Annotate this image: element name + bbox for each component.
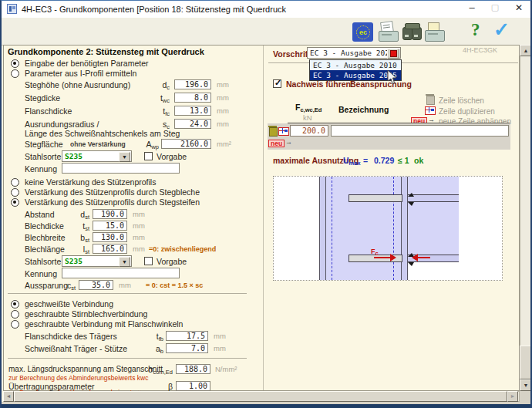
radio-label: keine Verstärkung des Stützenprofils	[25, 177, 156, 187]
vorschrift-combobox[interactable]: EC 3 - Ausgabe 2025	[307, 47, 401, 59]
radio-stegsteifen[interactable]	[11, 198, 19, 207]
radio-keine-verstaerkung[interactable]	[11, 178, 19, 187]
param-unit: mm	[217, 93, 229, 102]
param-symbol: bst	[46, 233, 89, 244]
param-label: Stahlsorte	[25, 257, 61, 266]
scroll-left-button[interactable]: ◄	[3, 391, 14, 402]
param-note: =0: zwischenliegend	[149, 245, 216, 253]
vorgabe-checkbox-1[interactable]	[144, 152, 153, 160]
ec-standard-button[interactable]: ec	[352, 22, 373, 42]
param-label: Steghöhe (ohne Ausrundung)	[25, 80, 130, 89]
traeger-flanschdicke-field[interactable]: 17.5	[166, 331, 208, 341]
force-label: Fc	[371, 248, 379, 257]
duplicate-row-icon[interactable]	[425, 106, 436, 115]
vorschrift-label: Vorschrift	[273, 49, 311, 59]
result-equals: =	[363, 156, 368, 165]
stegflaeche-field[interactable]: 2160.0	[161, 139, 211, 149]
flanschdicke-field[interactable]: 13.0	[174, 106, 211, 116]
force-arrowhead-left-icon	[409, 254, 418, 261]
force-column-unit: kN	[303, 113, 312, 122]
param-label: Kennung	[25, 269, 57, 278]
steghoehe-field[interactable]: 196.0	[174, 79, 211, 89]
print-document-icon[interactable]	[379, 22, 399, 42]
kennung-input-2[interactable]	[62, 268, 180, 278]
param-label: Stegfläche	[25, 140, 63, 149]
column-web	[325, 177, 401, 280]
param-symbol: tst	[46, 221, 89, 232]
checkbox-label: Vorgabe	[157, 152, 187, 161]
schweissnaht-field[interactable]: 7.0	[166, 343, 208, 353]
sigma-field[interactable]: 188.0	[176, 364, 210, 374]
delete-row-icon[interactable]	[426, 96, 435, 105]
abstand-field[interactable]: 190.0	[93, 209, 127, 219]
scroll-right-button[interactable]: ►	[507, 391, 518, 402]
vertical-scroll-thumb[interactable]	[520, 346, 532, 379]
maximize-button[interactable]: ▢	[486, 2, 504, 16]
vertical-scrollbar[interactable]	[520, 45, 532, 391]
radio-stegbleche[interactable]	[11, 188, 19, 197]
separator	[8, 358, 247, 359]
search-binoculars-icon[interactable]	[402, 22, 423, 42]
blechlaenge-field[interactable]: 165.0	[93, 244, 127, 254]
kennung-input-1[interactable]	[62, 163, 180, 174]
chevron-down-icon[interactable]: ▼	[119, 257, 130, 267]
param-unit: mm²	[217, 140, 231, 148]
param-unit: mm	[214, 332, 226, 340]
result-status: ok	[414, 156, 423, 165]
radio-eingabe-parameter[interactable]	[11, 59, 19, 68]
param-symbol: tfc	[117, 106, 170, 117]
blechdicke-field[interactable]: 15.0	[93, 221, 127, 231]
append-arrow-icon: →	[285, 138, 292, 146]
checkbox-label: Vorgabe	[157, 257, 187, 266]
scroll-down-button[interactable]: ▼	[520, 379, 532, 391]
separator	[8, 293, 247, 294]
radio-flanschwinkel[interactable]	[11, 320, 19, 329]
row-delete-icon[interactable]	[269, 127, 278, 137]
panel-divider	[263, 46, 264, 390]
force-arrow-left	[374, 257, 390, 258]
radio-geschweisst[interactable]	[11, 300, 19, 309]
title-bar: 4H-EC3 - Grundkomponenten [Position 18: …	[2, 1, 530, 19]
stiffener-top	[348, 194, 402, 202]
chevron-down-icon[interactable]: ▼	[119, 152, 130, 162]
bezeichnung-input[interactable]	[331, 125, 509, 137]
app-icon	[7, 4, 17, 14]
param-note: = 0: cst = 1.5 × sc	[146, 282, 203, 289]
radio-label: geschraubte Stirnblechverbindung	[25, 309, 147, 319]
help-button[interactable]: ?	[471, 20, 480, 40]
duplicate-row-label: Zeile duplizieren	[439, 107, 495, 116]
scroll-up-button[interactable]: ▲	[520, 45, 532, 56]
print-icon[interactable]	[425, 22, 445, 42]
radio-label: Verstärkung des Stützenprofils durch Ste…	[25, 197, 200, 207]
minimize-button[interactable]: –	[463, 2, 481, 15]
force-value-field[interactable]: 200.0	[290, 125, 328, 137]
stegdicke-field[interactable]: 8.0	[174, 93, 211, 103]
row-duplicate-icon[interactable]	[278, 127, 289, 136]
nachweis-checkbox[interactable]	[273, 79, 281, 88]
vorgabe-checkbox-2[interactable]	[144, 257, 153, 265]
horizontal-scroll-thumb[interactable]	[14, 391, 507, 402]
radio-label: geschraubte Verbindung mit Flanschwinkel…	[25, 319, 183, 329]
param-label: Flanschdicke	[25, 106, 72, 116]
radio-iprofil-ermitteln[interactable]	[11, 69, 19, 78]
close-button[interactable]: ✕	[509, 2, 529, 16]
param-symbol: tfb	[117, 332, 163, 342]
param-symbol: Awp	[109, 140, 159, 150]
param-unit: mm	[133, 233, 145, 241]
vorschrift-dropdown-button[interactable]	[387, 49, 399, 59]
aussparung-field[interactable]: 35.0	[79, 280, 113, 290]
fillet-line-left	[332, 177, 332, 280]
result-value: 0.729	[374, 156, 394, 165]
blechbreite-field[interactable]: 130.0	[93, 232, 127, 242]
param-unit: N/mm²	[215, 365, 237, 373]
toolbar: ec ? ✓	[2, 18, 530, 46]
ausrundungsradius-field[interactable]: 24.0	[174, 119, 211, 129]
radio-stirnblech[interactable]	[11, 310, 19, 319]
weld-icon	[408, 202, 414, 208]
stahlsorte-select-1[interactable]: S235 ▼	[62, 150, 132, 162]
param-label: Ausrundungsradius /	[25, 120, 99, 129]
stahlsorte-select-2[interactable]: S235 ▼	[62, 255, 132, 267]
confirm-button[interactable]: ✓	[493, 19, 510, 41]
beta-field[interactable]: 1.00	[176, 381, 210, 391]
append-row-button[interactable]: neu	[268, 140, 285, 147]
